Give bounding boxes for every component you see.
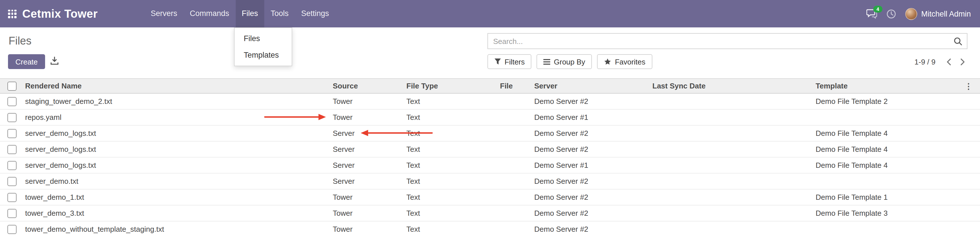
search-submit-button[interactable] xyxy=(954,37,967,45)
column-header-template[interactable]: Template xyxy=(816,78,960,93)
cell-rendered-name: server_demo.txt xyxy=(21,173,333,189)
cell-rendered-name: repos.yaml xyxy=(21,109,333,125)
cell-last-sync-date xyxy=(652,173,816,189)
table-row[interactable]: server_demo_logs.txt Server Text Demo Se… xyxy=(0,157,980,173)
cell-rendered-name: tower_demo_without_template_staging.txt xyxy=(21,221,333,237)
control-panel: Files Create xyxy=(0,27,980,78)
table-row[interactable]: staging_tower_demo_2.txt Tower Text Demo… xyxy=(0,93,980,109)
cell-file xyxy=(500,189,534,205)
filters-label: Filters xyxy=(504,57,525,66)
cell-server: Demo Server #2 xyxy=(534,93,652,109)
column-header-file[interactable]: File xyxy=(500,78,534,93)
cell-file xyxy=(500,173,534,189)
pager-next-button[interactable] xyxy=(958,57,967,67)
table-row[interactable]: server_demo.txt Server Text Demo Server … xyxy=(0,173,980,189)
cell-last-sync-date xyxy=(652,205,816,221)
files-list-table: Rendered Name Source File Type File Serv… xyxy=(0,78,980,237)
app-brand-title: Cetmix Tower xyxy=(22,7,98,20)
table-row[interactable]: tower_demo_3.txt Tower Text Demo Server … xyxy=(0,205,980,221)
cell-file xyxy=(500,141,534,157)
select-all-checkbox[interactable] xyxy=(8,82,17,91)
main-menu: Servers Commands Files Tools Settings xyxy=(145,0,335,27)
cell-file xyxy=(500,157,534,173)
cell-rendered-name: server_demo_logs.txt xyxy=(21,125,333,141)
row-checkbox[interactable] xyxy=(8,209,17,218)
group-by-button[interactable]: Group By xyxy=(537,54,592,69)
pager-range: 1-9 / 9 xyxy=(914,57,935,66)
cell-server: Demo Server #1 xyxy=(534,109,652,125)
cell-server: Demo Server #2 xyxy=(534,205,652,221)
favorites-button[interactable]: Favorites xyxy=(597,54,652,69)
table-row[interactable]: tower_demo_without_template_staging.txt … xyxy=(0,221,980,237)
cell-rendered-name: staging_tower_demo_2.txt xyxy=(21,93,333,109)
table-row[interactable]: repos.yaml Tower Text Demo Server #1 xyxy=(0,109,980,125)
optional-columns-toggle-icon[interactable]: ⋮ xyxy=(964,81,972,90)
cell-source: Tower xyxy=(333,221,406,237)
column-header-last-sync-date[interactable]: Last Sync Date xyxy=(652,78,816,93)
search-icon xyxy=(954,37,962,45)
cell-last-sync-date xyxy=(652,221,816,237)
user-menu[interactable]: Mitchell Admin xyxy=(905,8,971,20)
activities-button[interactable] xyxy=(886,9,896,19)
apps-grid-icon[interactable] xyxy=(8,10,17,18)
cell-template xyxy=(816,173,960,189)
column-header-rendered-name[interactable]: Rendered Name xyxy=(21,78,333,93)
row-checkbox[interactable] xyxy=(8,225,17,234)
clock-icon xyxy=(886,9,896,19)
row-checkbox[interactable] xyxy=(8,97,17,106)
export-download-button[interactable] xyxy=(50,57,59,65)
cell-rendered-name: server_demo_logs.txt xyxy=(21,157,333,173)
create-button[interactable]: Create xyxy=(8,54,45,69)
list-lines-icon xyxy=(544,59,550,65)
row-checkbox[interactable] xyxy=(8,161,17,170)
cell-server: Demo Server #2 xyxy=(534,189,652,205)
user-avatar xyxy=(905,8,917,20)
table-row[interactable]: server_demo_logs.txt Server Text Demo Se… xyxy=(0,125,980,141)
table-row[interactable]: server_demo_logs.txt Server Text Demo Se… xyxy=(0,141,980,157)
cell-file-type: Text xyxy=(406,125,500,141)
menu-item-tools[interactable]: Tools xyxy=(264,0,295,27)
cell-last-sync-date xyxy=(652,157,816,173)
column-header-server[interactable]: Server xyxy=(534,78,652,93)
group-by-label: Group By xyxy=(554,57,585,66)
star-icon xyxy=(604,58,612,65)
filters-button[interactable]: Filters xyxy=(487,54,532,69)
menu-item-servers[interactable]: Servers xyxy=(145,0,183,27)
dropdown-item-files[interactable]: Files xyxy=(235,30,292,47)
cell-source: Server xyxy=(333,125,406,141)
table-header-row: Rendered Name Source File Type File Serv… xyxy=(0,78,980,93)
cell-source: Tower xyxy=(333,189,406,205)
cell-rendered-name: server_demo_logs.txt xyxy=(21,141,333,157)
cell-template: Demo File Template 4 xyxy=(816,157,960,173)
row-checkbox[interactable] xyxy=(8,193,17,202)
cell-template: Demo File Template 2 xyxy=(816,93,960,109)
search-input[interactable] xyxy=(488,37,954,45)
dropdown-item-templates[interactable]: Templates xyxy=(235,47,292,63)
table-row[interactable]: tower_demo_1.txt Tower Text Demo Server … xyxy=(0,189,980,205)
menu-item-commands[interactable]: Commands xyxy=(183,0,235,27)
row-checkbox[interactable] xyxy=(8,177,17,186)
menu-item-settings[interactable]: Settings xyxy=(295,0,335,27)
column-header-file-type[interactable]: File Type xyxy=(406,78,500,93)
funnel-icon xyxy=(494,58,501,65)
cell-file-type: Text xyxy=(406,205,500,221)
cell-file xyxy=(500,93,534,109)
cell-file-type: Text xyxy=(406,109,500,125)
cell-last-sync-date xyxy=(652,125,816,141)
row-checkbox[interactable] xyxy=(8,129,17,138)
cell-rendered-name: tower_demo_1.txt xyxy=(21,189,333,205)
row-checkbox[interactable] xyxy=(8,113,17,122)
messages-button[interactable]: 4 xyxy=(866,9,877,19)
menu-item-files[interactable]: Files xyxy=(235,0,264,27)
cell-source: Server xyxy=(333,141,406,157)
row-checkbox[interactable] xyxy=(8,145,17,154)
cell-template xyxy=(816,221,960,237)
cell-server: Demo Server #2 xyxy=(534,125,652,141)
pager-previous-button[interactable] xyxy=(944,57,954,67)
favorites-label: Favorites xyxy=(615,57,646,66)
cell-template: Demo File Template 1 xyxy=(816,189,960,205)
messages-count-badge: 4 xyxy=(873,5,882,12)
cell-server: Demo Server #1 xyxy=(534,157,652,173)
column-header-source[interactable]: Source xyxy=(333,78,406,93)
cell-file-type: Text xyxy=(406,189,500,205)
